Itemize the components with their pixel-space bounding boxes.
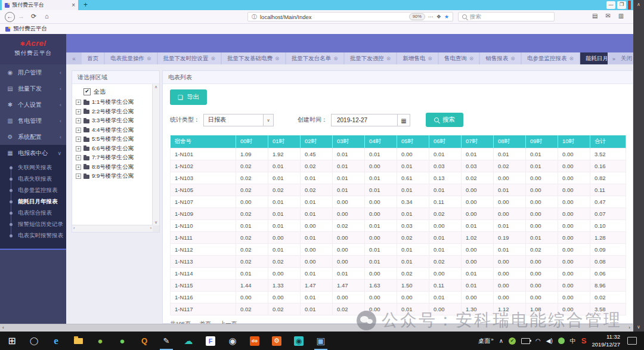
- tree-vertical-scrollbar[interactable]: ∧ ∨: [152, 84, 159, 225]
- desktop-toolbar[interactable]: 桌面»: [478, 337, 493, 345]
- zoom-level-badge[interactable]: 90%: [409, 13, 425, 20]
- back-icon[interactable]: ←: [5, 12, 15, 22]
- cortana-icon[interactable]: ◯: [28, 335, 40, 347]
- home-icon[interactable]: ⌂: [45, 13, 49, 20]
- table-row[interactable]: 1-N1050.020.020.020.010.010.010.010.000.…: [171, 184, 626, 196]
- select-all-row[interactable]: ✔ 全选: [83, 88, 153, 96]
- expand-plus-icon[interactable]: +: [76, 174, 81, 179]
- app-tab[interactable]: 批量下发基础电费⊗: [222, 52, 285, 64]
- export-button[interactable]: ❏ 导出: [170, 89, 207, 105]
- app-tab[interactable]: 电表批量操作⊗: [105, 52, 157, 64]
- edge-icon[interactable]: e: [50, 335, 62, 347]
- table-row[interactable]: 1-N1170.020.020.010.020.000.010.001.301.…: [171, 303, 626, 315]
- search-button[interactable]: 搜索: [426, 113, 463, 127]
- expand-plus-icon[interactable]: +: [76, 128, 81, 133]
- app-tab[interactable]: 批量下发时控设置⊗: [158, 52, 221, 64]
- sidebar-subitem[interactable]: 失联网关报表: [0, 162, 66, 174]
- sidebar-item[interactable]: ▥售电管理‹: [0, 113, 66, 129]
- tab-close-icon[interactable]: ⊗: [510, 52, 515, 64]
- desktop-expand-icon[interactable]: »: [491, 337, 493, 342]
- remote-desktop-icon[interactable]: ▣: [315, 335, 327, 347]
- app-tab[interactable]: 首页: [82, 52, 104, 64]
- browser-360-icon[interactable]: ●: [94, 335, 106, 347]
- messages-icon[interactable]: ✉: [605, 13, 610, 19]
- volume-icon[interactable]: ◀): [546, 337, 553, 344]
- explorer-icon[interactable]: [72, 335, 84, 347]
- start-icon[interactable]: ⊞: [6, 335, 18, 347]
- table-row[interactable]: 1-N1160.000.000.010.000.000.000.010.000.…: [171, 292, 626, 303]
- vertical-scrollbar[interactable]: ∧ ∨: [633, 0, 644, 332]
- scroll-left-icon[interactable]: ‹: [2, 325, 4, 330]
- minimize-button[interactable]: —: [606, 1, 615, 9]
- url-bar[interactable]: ⓘ localhost/Main/Index 90% ⋯ ❖ ★: [247, 12, 453, 21]
- sidebar-subitem[interactable]: 电参量监控报表: [0, 185, 66, 196]
- messenger-tray-icon[interactable]: [558, 337, 565, 344]
- ime-indicator[interactable]: 中: [570, 337, 576, 345]
- app-tab[interactable]: 批量下发台名单⊗: [286, 52, 343, 64]
- player-icon[interactable]: ◉: [293, 335, 305, 347]
- sidebar-subitem[interactable]: 电表实时报警报表: [0, 230, 66, 241]
- cloud-app-icon[interactable]: ☁: [182, 335, 194, 347]
- expand-plus-icon[interactable]: +: [76, 118, 81, 123]
- tree-node[interactable]: +1:1号楼学生公寓: [76, 98, 153, 107]
- table-row[interactable]: 1-N1110.020.000.010.000.000.020.011.020.…: [171, 232, 626, 244]
- sidebar-item-report-center[interactable]: ▦ 电报表中心 ∨: [0, 145, 66, 161]
- table-row[interactable]: 1-N1030.020.010.010.010.010.610.130.020.…: [171, 172, 626, 184]
- horizontal-scrollbar[interactable]: ‹ ›: [0, 324, 633, 332]
- scroll-right-icon[interactable]: ›: [150, 226, 151, 230]
- tabs-scroll-left-icon[interactable]: «: [66, 55, 82, 62]
- calendar-icon[interactable]: ▦: [398, 114, 410, 126]
- tray-expand-icon[interactable]: ∧: [499, 337, 503, 344]
- tree-node[interactable]: +9:9号楼学生公寓: [76, 172, 153, 181]
- scroll-right-icon[interactable]: ›: [628, 325, 630, 330]
- tab-close-icon[interactable]: ⊗: [147, 52, 151, 64]
- football-app-icon[interactable]: ◉: [227, 335, 239, 347]
- create-date-input[interactable]: 2019-12-27: [331, 114, 398, 126]
- new-tab-button[interactable]: +: [83, 1, 88, 9]
- tree-node[interactable]: +7:7号楼学生公寓: [76, 153, 153, 163]
- sidebar-subitem[interactable]: 报警短信历史记录: [0, 219, 66, 230]
- table-row[interactable]: 1-N1070.000.010.010.000.000.340.110.000.…: [171, 196, 626, 208]
- tree-node[interactable]: +2:2号楼学生公寓: [76, 107, 153, 117]
- app-tab[interactable]: 批量下发强控⊗: [345, 52, 397, 64]
- flipboard-icon[interactable]: F: [205, 335, 216, 347]
- expand-plus-icon[interactable]: +: [76, 146, 81, 151]
- dropdown-arrow-icon[interactable]: ∨: [263, 114, 273, 126]
- library-icon[interactable]: ▤: [592, 13, 597, 19]
- notification-center-icon[interactable]: [627, 337, 637, 345]
- sidebar-item[interactable]: ⚙系统配置‹: [0, 129, 66, 145]
- tab-close-icon[interactable]: ×: [72, 2, 75, 8]
- tab-close-icon[interactable]: ⊗: [211, 52, 216, 64]
- scroll-up-icon[interactable]: ∧: [633, 2, 644, 7]
- design-tool-icon[interactable]: ✎: [160, 335, 172, 347]
- site-info-icon[interactable]: ⓘ: [252, 13, 257, 21]
- search-app-icon[interactable]: Q: [138, 335, 150, 347]
- scroll-left-icon[interactable]: ‹: [73, 226, 75, 230]
- tab-close-icon[interactable]: ⊗: [333, 52, 338, 64]
- sidebar-item[interactable]: ◉用户管理‹: [0, 64, 66, 80]
- bookmark-star-icon[interactable]: ★: [444, 14, 449, 20]
- sidebar-subitem[interactable]: 电表失联报表: [0, 174, 66, 185]
- battery-icon[interactable]: [521, 338, 530, 344]
- sidebar-toggle-icon[interactable]: ▥: [618, 13, 624, 19]
- app-tab[interactable]: 电参量监控报表⊗: [522, 52, 579, 64]
- tree-node[interactable]: +8:8号楼学生公寓: [76, 163, 153, 172]
- sidebar-subitem[interactable]: 电表综合报表: [0, 207, 66, 219]
- app-tab[interactable]: 新增售电⊗: [397, 52, 438, 64]
- table-row[interactable]: 1-N1100.010.010.000.020.010.030.000.010.…: [171, 220, 626, 232]
- expand-plus-icon[interactable]: +: [76, 137, 81, 142]
- tab-close-icon[interactable]: ⊗: [386, 52, 391, 64]
- scroll-up-icon[interactable]: ∧: [153, 85, 159, 89]
- expand-plus-icon[interactable]: +: [76, 100, 81, 105]
- antivirus-shield-icon[interactable]: ✔: [509, 337, 516, 345]
- stat-type-select[interactable]: 日报表 ∨: [203, 114, 274, 126]
- tab-close-icon[interactable]: ⊗: [569, 52, 574, 64]
- reload-icon[interactable]: ⟳: [31, 13, 36, 20]
- tree-node[interactable]: +3:3号楼学生公寓: [76, 116, 153, 126]
- expand-plus-icon[interactable]: +: [76, 165, 81, 170]
- table-row[interactable]: 1-N1020.020.010.020.010.000.010.030.030.…: [171, 160, 626, 172]
- sidebar-item[interactable]: ✱个人设置‹: [0, 97, 66, 113]
- forward-icon[interactable]: →: [18, 13, 24, 20]
- sogou-input-icon[interactable]: S: [581, 336, 587, 345]
- wifi-icon[interactable]: ◠: [535, 337, 541, 344]
